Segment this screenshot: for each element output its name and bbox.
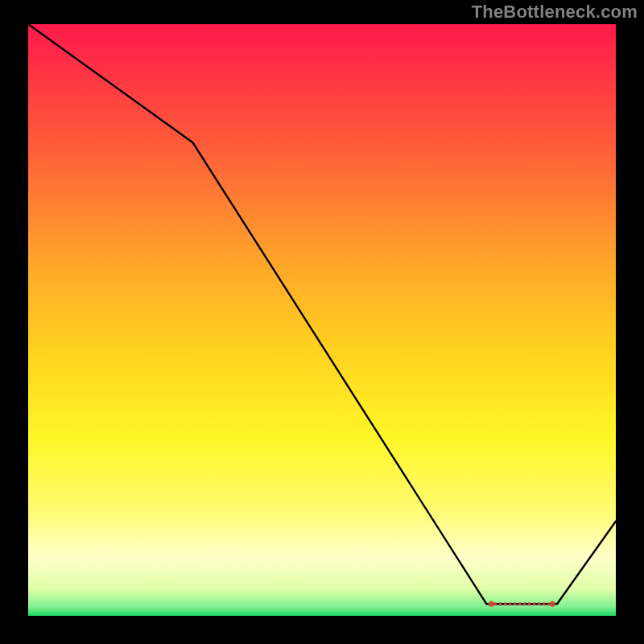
watermark-text: TheBottleneck.com xyxy=(472,2,638,23)
plot-overlay xyxy=(28,24,616,616)
data-curve xyxy=(28,24,616,604)
plot-area xyxy=(28,24,616,616)
marker-dot xyxy=(489,601,494,607)
chart-frame: TheBottleneck.com xyxy=(0,0,644,644)
marker-dot xyxy=(550,601,555,607)
